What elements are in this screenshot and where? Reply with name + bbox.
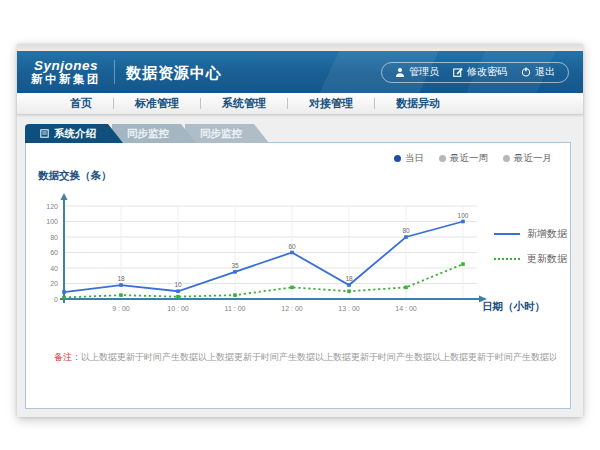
svg-text:100: 100	[458, 212, 469, 219]
power-icon	[521, 67, 531, 77]
radio-today[interactable]: 当日	[394, 152, 424, 165]
footnote: 备注：以上数据更新于时间产生数据以上数据更新于时间产生数据以上数据更新于时间产生…	[54, 351, 556, 364]
legend-item-updated-data[interactable]: 更新数据	[494, 252, 567, 266]
window-top-edge	[17, 44, 583, 51]
content-area: 系统介绍 同步监控 同步监控 当日 最近一周	[17, 115, 583, 417]
change-password-label: 修改密码	[467, 65, 507, 79]
radio-label: 最近一周	[450, 152, 488, 165]
main-nav: 首页 标准管理 系统管理 对接管理 数据异动	[17, 93, 583, 115]
svg-text:35: 35	[231, 262, 239, 269]
time-range-filter: 当日 最近一周 最近一月	[394, 152, 552, 165]
legend-label: 更新数据	[527, 252, 567, 266]
user-icon	[395, 67, 405, 77]
tab-label: 同步监控	[127, 127, 169, 141]
chart-panel: 当日 最近一周 最近一月 数据交换（条） 0204060801001209 : …	[25, 142, 571, 409]
radio-dot	[439, 155, 446, 162]
logout-button[interactable]: 退出	[521, 65, 555, 79]
nav-item-standard-mgmt[interactable]: 标准管理	[114, 96, 200, 111]
svg-text:40: 40	[50, 265, 58, 272]
svg-text:10: 10	[174, 281, 182, 288]
app-header: Synjones 新中新集团 数据资源中心 管理员 修改密码	[17, 51, 583, 93]
nav-item-data-change[interactable]: 数据异动	[375, 96, 461, 111]
tab-label: 同步监控	[200, 127, 242, 141]
svg-text:60: 60	[288, 243, 296, 250]
nav-item-system-mgmt[interactable]: 系统管理	[201, 96, 287, 111]
page-title: 数据资源中心	[126, 64, 222, 83]
nav-item-docking-mgmt[interactable]: 对接管理	[288, 96, 374, 111]
radio-label: 最近一月	[514, 152, 552, 165]
svg-text:80: 80	[402, 227, 410, 234]
svg-text:11 : 00: 11 : 00	[225, 305, 246, 312]
tab-bar: 系统介绍 同步监控 同步监控	[25, 124, 269, 143]
svg-text:100: 100	[46, 218, 58, 225]
legend-item-new-data[interactable]: 新增数据	[494, 227, 567, 241]
dotted-line-swatch	[494, 258, 520, 260]
svg-text:80: 80	[50, 234, 58, 241]
nav-item-home[interactable]: 首页	[49, 96, 113, 111]
change-password-button[interactable]: 修改密码	[453, 65, 507, 79]
logo-text-cn: 新中新集团	[31, 73, 101, 85]
svg-text:120: 120	[46, 203, 58, 210]
edit-icon	[453, 67, 463, 77]
radio-last-month[interactable]: 最近一月	[503, 152, 552, 165]
svg-text:18: 18	[117, 275, 125, 282]
company-logo: Synjones 新中新集团	[31, 59, 101, 85]
user-label: 管理员	[409, 65, 439, 79]
svg-text:0: 0	[54, 296, 58, 303]
logout-label: 退出	[535, 65, 555, 79]
tab-sync-monitor-2[interactable]: 同步监控	[185, 124, 269, 143]
tab-system-intro[interactable]: 系统介绍	[25, 124, 123, 143]
svg-text:13 : 00: 13 : 00	[338, 305, 360, 312]
svg-text:60: 60	[50, 249, 58, 256]
radio-dot-selected	[394, 155, 401, 162]
x-axis-title: 日期（小时）	[482, 300, 545, 314]
radio-label: 当日	[405, 152, 424, 165]
y-axis-title: 数据交换（条）	[38, 169, 112, 183]
document-icon	[40, 129, 49, 138]
current-user-button[interactable]: 管理员	[395, 65, 439, 79]
svg-text:18: 18	[345, 275, 353, 282]
tab-label: 系统介绍	[54, 127, 96, 141]
svg-text:10 : 00: 10 : 00	[167, 305, 189, 312]
app-window: Synjones 新中新集团 数据资源中心 管理员 修改密码	[17, 44, 583, 417]
radio-dot	[503, 155, 510, 162]
header-divider	[114, 60, 115, 84]
svg-text:9 : 00: 9 : 00	[112, 305, 130, 312]
radio-last-week[interactable]: 最近一周	[439, 152, 488, 165]
solid-line-swatch	[494, 233, 520, 235]
footnote-text: 以上数据更新于时间产生数据以上数据更新于时间产生数据以上数据更新于时间产生数据以…	[81, 352, 556, 362]
legend-label: 新增数据	[527, 227, 567, 241]
logo-text-en: Synjones	[34, 59, 98, 73]
svg-text:20: 20	[50, 280, 58, 287]
svg-text:12 : 00: 12 : 00	[281, 305, 303, 312]
footnote-prefix: 备注：	[54, 352, 81, 362]
chart-legend: 新增数据 更新数据	[494, 227, 567, 266]
tab-sync-monitor-1[interactable]: 同步监控	[112, 124, 196, 143]
user-menu: 管理员 修改密码 退出	[381, 62, 569, 83]
svg-text:14 : 00: 14 : 00	[395, 305, 417, 312]
line-chart: 0204060801001209 : 0010 : 0011 : 0012 : …	[34, 185, 494, 323]
